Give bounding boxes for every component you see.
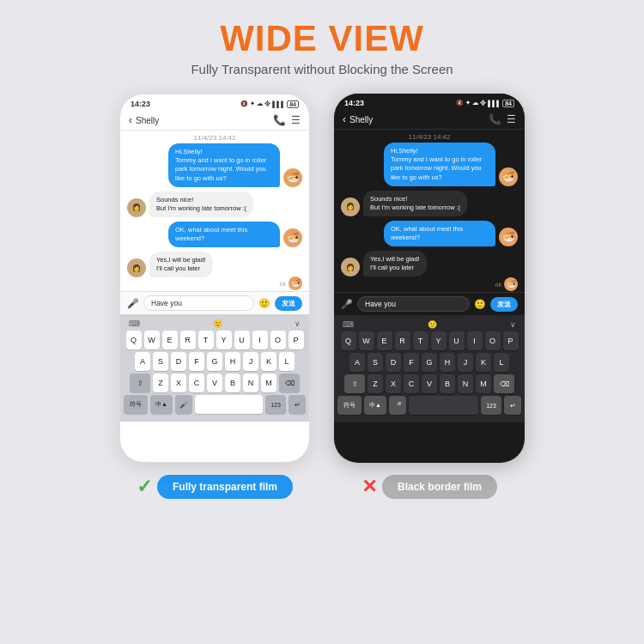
back-btn-left[interactable]: ‹ Shelly xyxy=(129,114,159,126)
key-k[interactable]: K xyxy=(261,352,276,371)
rkey-b[interactable]: B xyxy=(440,374,455,393)
rkey-enter[interactable]: ↵ xyxy=(504,396,521,415)
rkey-mic[interactable]: 🎤 xyxy=(389,396,406,415)
key-t[interactable]: T xyxy=(198,331,214,349)
avatar-rright-2: 🍜 xyxy=(499,228,518,246)
kb-row-1-right: Q W E R T Y U I O P xyxy=(337,331,521,350)
kb-tool-1[interactable]: ⌨ xyxy=(129,319,140,328)
kb-tool-3[interactable]: ∨ xyxy=(295,319,301,328)
key-y[interactable]: Y xyxy=(216,331,232,349)
key-j[interactable]: J xyxy=(243,352,258,371)
key-n[interactable]: N xyxy=(243,374,258,392)
rkey-l[interactable]: L xyxy=(494,353,509,372)
rkey-delete[interactable]: ⌫ xyxy=(494,374,514,393)
rkey-x[interactable]: X xyxy=(386,374,401,393)
messages-right: Hi,Shelly!Tommy and I want to go in roll… xyxy=(334,143,525,276)
key-symbol[interactable]: 符号 xyxy=(124,395,148,414)
key-x[interactable]: X xyxy=(171,374,186,392)
send-button-right[interactable]: 发送 xyxy=(490,297,518,312)
key-123[interactable]: 123 xyxy=(265,395,286,414)
rkey-a[interactable]: A xyxy=(349,353,365,372)
key-chinese[interactable]: 中▲ xyxy=(150,395,173,414)
key-z[interactable]: Z xyxy=(153,374,168,392)
key-enter[interactable]: ↵ xyxy=(289,395,306,414)
key-m[interactable]: M xyxy=(261,374,276,392)
rkey-123[interactable]: 123 xyxy=(481,396,501,415)
input-area-left: 🎤 Have you 🙂 发送 xyxy=(120,291,309,314)
rkey-s[interactable]: S xyxy=(368,353,383,372)
rkey-symbol[interactable]: 符号 xyxy=(337,396,361,415)
menu-icon-left[interactable]: ☰ xyxy=(291,114,301,126)
chat-header-right: ‹ Shelly 📞 ☰ xyxy=(334,109,525,130)
mic-icon-left[interactable]: 🎤 xyxy=(127,298,139,309)
key-a[interactable]: A xyxy=(135,352,150,371)
bubble-in-2: Yes,I will be glad!I'll call you later xyxy=(149,252,213,277)
phone-icon-right[interactable]: 📞 xyxy=(489,113,501,125)
phone-right-wrapper: 14:23 🔇 ✦ ☁ 令 ▌▌▌ 84 ‹ Shelly xyxy=(334,94,525,499)
key-h[interactable]: H xyxy=(225,352,240,371)
emoji-icon-left[interactable]: 🙂 xyxy=(258,298,270,309)
menu-icon-right[interactable]: ☰ xyxy=(507,113,516,125)
rkey-chinese[interactable]: 中▲ xyxy=(364,396,386,415)
rkey-p[interactable]: P xyxy=(503,331,519,350)
input-box-right[interactable]: Have you xyxy=(357,296,470,312)
key-q[interactable]: Q xyxy=(126,331,142,349)
time-left: 14:23 xyxy=(131,100,150,108)
keyboard-left: ⌨ 🙂 ∨ Q W E R T Y U I O P xyxy=(120,314,309,422)
rkey-v[interactable]: V xyxy=(422,374,437,393)
key-i[interactable]: I xyxy=(252,331,268,349)
key-g[interactable]: G xyxy=(207,352,222,371)
kb-rtool-2[interactable]: 🙂 xyxy=(428,320,437,329)
mic-icon-right[interactable]: 🎤 xyxy=(341,299,353,310)
rkey-q[interactable]: Q xyxy=(341,331,356,350)
rkey-k[interactable]: K xyxy=(476,353,491,372)
key-c[interactable]: C xyxy=(189,374,204,392)
key-shift[interactable]: ⇧ xyxy=(130,374,150,392)
key-space[interactable] xyxy=(195,395,263,414)
rkey-f[interactable]: F xyxy=(404,353,419,372)
key-v[interactable]: V xyxy=(207,374,222,392)
status-bar-left: 14:23 🔇 ✦ ☁ 令 ▌▌▌ 84 xyxy=(120,94,309,110)
key-u[interactable]: U xyxy=(234,331,250,349)
key-f[interactable]: F xyxy=(189,352,204,371)
rkey-j[interactable]: J xyxy=(458,353,473,372)
rkey-r[interactable]: R xyxy=(395,331,410,350)
key-w[interactable]: W xyxy=(144,331,160,349)
kb-rtool-1[interactable]: ⌨ xyxy=(343,320,354,329)
rkey-i[interactable]: I xyxy=(467,331,483,350)
key-r[interactable]: R xyxy=(180,331,196,349)
rkey-space[interactable] xyxy=(409,396,478,415)
rkey-u[interactable]: U xyxy=(449,331,465,350)
rkey-g[interactable]: G xyxy=(422,353,437,372)
rkey-c[interactable]: C xyxy=(404,374,419,393)
rkey-w[interactable]: W xyxy=(359,331,374,350)
key-s[interactable]: S xyxy=(153,352,168,371)
ok-status-left: ok 🍜 xyxy=(120,276,309,291)
kb-rtool-3[interactable]: ∨ xyxy=(510,320,516,329)
send-button-left[interactable]: 发送 xyxy=(275,296,302,311)
rkey-shift[interactable]: ⇧ xyxy=(344,374,365,393)
rkey-y[interactable]: Y xyxy=(431,331,447,350)
back-btn-right[interactable]: ‹ Shelly xyxy=(343,113,373,125)
rkey-z[interactable]: Z xyxy=(368,374,383,393)
key-delete[interactable]: ⌫ xyxy=(279,374,300,392)
rkey-h[interactable]: H xyxy=(440,353,455,372)
rkey-m[interactable]: M xyxy=(476,374,491,393)
rkey-o[interactable]: O xyxy=(485,331,501,350)
key-b[interactable]: B xyxy=(225,374,240,392)
key-l[interactable]: L xyxy=(279,352,295,371)
key-p[interactable]: P xyxy=(289,331,304,349)
input-box-left[interactable]: Have you xyxy=(143,295,254,311)
key-d[interactable]: D xyxy=(171,352,186,371)
phone-icon-left[interactable]: 📞 xyxy=(273,114,286,126)
rkey-e[interactable]: E xyxy=(377,331,392,350)
status-icons-right: 🔇 ✦ ☁ 令 ▌▌▌ 84 xyxy=(456,99,514,107)
key-e[interactable]: E xyxy=(162,331,178,349)
emoji-icon-right[interactable]: 🙂 xyxy=(474,299,486,310)
key-o[interactable]: O xyxy=(270,331,286,349)
rkey-t[interactable]: T xyxy=(413,331,428,350)
rkey-n[interactable]: N xyxy=(458,374,473,393)
rkey-d[interactable]: D xyxy=(386,353,401,372)
kb-tool-2[interactable]: 🙂 xyxy=(213,319,222,328)
key-mic[interactable]: 🎤 xyxy=(175,395,192,414)
